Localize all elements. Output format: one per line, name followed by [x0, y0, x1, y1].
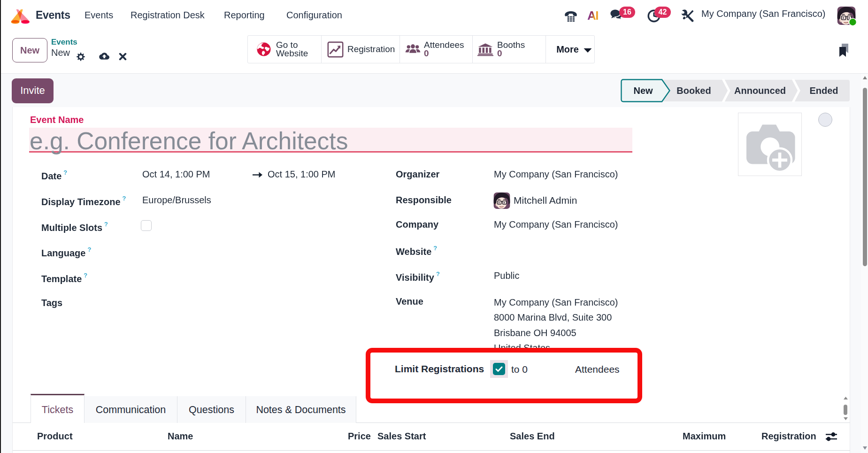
svg-text:Announced: Announced — [734, 85, 786, 96]
svg-text:Ended: Ended — [809, 85, 838, 96]
svg-text:Booked: Booked — [676, 85, 711, 96]
svg-text:New: New — [633, 85, 653, 96]
